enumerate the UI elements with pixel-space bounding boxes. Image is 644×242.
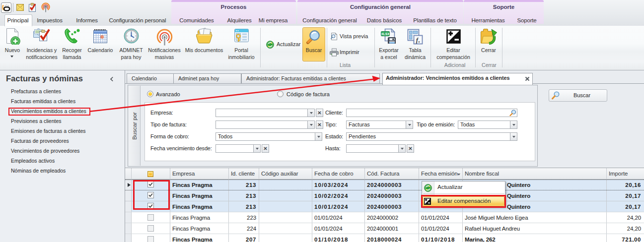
svg-text:fₓ: fₓ [416, 36, 421, 44]
svg-text:XLSX: XLSX [381, 32, 390, 36]
